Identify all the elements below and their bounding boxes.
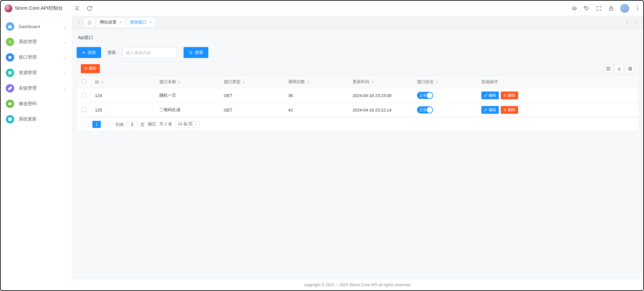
resource-icon [6, 69, 14, 77]
batch-delete-button[interactable]: 删除 [81, 64, 100, 73]
chevron-down-icon: ⌄ [63, 86, 67, 91]
sidebar-item-system[interactable]: 系统管理 ⌄ [1, 34, 72, 50]
sidebar-item-dashboard[interactable]: Dashboard ⌄ [1, 19, 72, 34]
print-button[interactable] [626, 64, 635, 73]
collapse-menu-icon[interactable] [74, 5, 80, 12]
sidebar-item-api[interactable]: 接口管理 ⌄ [1, 50, 72, 65]
svg-point-4 [585, 7, 586, 8]
status-switch[interactable]: 正常 [417, 92, 433, 99]
column-header-status[interactable]: 接口状态▲▼ [413, 76, 478, 88]
password-icon [6, 100, 14, 108]
sidebar-item-friendlink[interactable]: 友链管理 ⌄ [1, 81, 72, 96]
pager-size-label: 10 条/页 [178, 121, 193, 127]
pager-jump: 到第 页 [116, 121, 145, 128]
tab-home[interactable] [84, 18, 95, 27]
avatar[interactable] [620, 4, 629, 13]
logo-area: Storm Core API控制台 [5, 5, 72, 12]
chevron-down-icon [194, 123, 197, 126]
lock-icon[interactable] [608, 5, 614, 12]
column-header-type[interactable]: 接口类型▲▼ [220, 76, 284, 88]
sidebar-item-resource[interactable]: 资源管理 ⌄ [1, 65, 72, 81]
sidebar-item-label: 资源管理 [19, 70, 59, 76]
edit-label: 编辑 [488, 107, 496, 113]
pager-jump-input[interactable] [126, 121, 138, 128]
delete-button[interactable]: 删除 [501, 92, 518, 99]
logo-icon [5, 5, 12, 12]
pager-jump-suffix: 页 [140, 122, 145, 127]
table-row: 124 随机一言 GET 36 2024-04-18 23:23:08 正常 [77, 88, 639, 103]
sidebar-item-label: 系统管理 [19, 39, 59, 45]
pager-next-button[interactable] [104, 121, 112, 128]
tab-label: 网站设置 [100, 20, 117, 25]
page-title: Api接口 [77, 33, 639, 44]
tag-icon[interactable] [583, 5, 590, 12]
pager-confirm-button[interactable]: 确定 [148, 121, 156, 127]
search-button-label: 搜索 [195, 50, 203, 55]
data-table: ID▲▼ 接口名称▲▼ 接口类型▲▼ 调用次数▲▼ 更新时间▲▼ 接口状态▲▼ … [77, 76, 639, 117]
tabs-next-button[interactable] [623, 18, 631, 27]
column-header-calls[interactable]: 调用次数▲▼ [284, 76, 349, 88]
svg-rect-7 [9, 56, 11, 59]
sidebar-item-label: 接口管理 [19, 54, 59, 60]
update-icon [6, 115, 14, 123]
column-header-name[interactable]: 接口名称▲▼ [156, 76, 220, 88]
tab-close-icon[interactable]: ✕ [119, 20, 122, 24]
table-container: 删除 [77, 61, 639, 131]
status-switch[interactable]: 正常 [417, 106, 433, 113]
pager-jump-prefix: 到第 [116, 122, 124, 127]
pager-page-1[interactable]: 1 [92, 121, 101, 128]
batch-delete-label: 删除 [89, 66, 97, 71]
cell-updated: 2024-04-18 23:23:08 [349, 88, 413, 103]
svg-line-16 [192, 53, 193, 54]
refresh-icon[interactable] [86, 5, 93, 12]
columns-toggle-button[interactable] [604, 64, 613, 73]
more-menu-icon[interactable] [635, 6, 639, 11]
column-header-ops: 其他操作 [478, 76, 639, 88]
cell-updated: 2024-04-18 23:22:14 [349, 103, 413, 117]
sidebar-item-update[interactable]: 系统更新 [1, 112, 72, 127]
row-checkbox[interactable] [82, 93, 86, 97]
edit-button[interactable]: 编辑 [481, 92, 499, 99]
select-all-checkbox[interactable] [82, 79, 86, 84]
api-icon [6, 53, 14, 62]
add-button[interactable]: 添加 [77, 47, 101, 58]
footer-text: copyright © 2021 ~ 2023 Storm Core API a… [304, 283, 412, 287]
table-toolbar: 删除 [77, 62, 639, 76]
column-header-updated[interactable]: 更新时间▲▼ [349, 76, 413, 88]
cell-calls: 36 [284, 88, 349, 103]
edit-icon [484, 108, 487, 112]
fullscreen-icon[interactable] [596, 5, 602, 12]
pager-size-select[interactable]: 10 条/页 [175, 121, 200, 128]
sidebar-item-password[interactable]: 修改密码 [1, 96, 72, 112]
tab-add-api[interactable]: 增加接口 ✕ [127, 18, 155, 27]
tab-site-settings[interactable]: 网站设置 ✕ [97, 18, 125, 27]
delete-label: 删除 [508, 107, 516, 113]
trash-icon [503, 108, 507, 112]
cell-name: 二维码生成 [156, 103, 220, 117]
export-button[interactable] [615, 64, 624, 73]
svg-rect-10 [8, 73, 10, 74]
pager-prev-button[interactable] [81, 121, 89, 128]
pager-total: 共 2 条 [159, 121, 172, 127]
chevron-down-icon: ⌄ [63, 71, 67, 75]
footer: copyright © 2021 ~ 2023 Storm Core API a… [72, 279, 643, 290]
tabs-dropdown-button[interactable] [632, 18, 641, 27]
home-icon [87, 20, 92, 25]
pagination: 1 到第 页 确定 共 2 条 10 条/页 [77, 117, 639, 131]
tabs-prev-button[interactable] [75, 18, 83, 27]
search-label: 搜索 [108, 50, 116, 55]
delete-button[interactable]: 删除 [501, 106, 518, 114]
switch-label: 正常 [420, 93, 427, 98]
search-button[interactable]: 搜索 [184, 47, 208, 58]
chevron-down-icon: ⌄ [63, 24, 67, 29]
column-header-id[interactable]: ID▲▼ [91, 76, 156, 88]
edit-button[interactable]: 编辑 [481, 106, 499, 114]
theme-icon[interactable] [571, 5, 578, 12]
row-checkbox[interactable] [82, 107, 86, 112]
svg-point-6 [9, 41, 11, 43]
cell-id: 124 [91, 88, 156, 103]
link-icon [6, 84, 14, 92]
delete-label: 删除 [508, 93, 516, 98]
search-input[interactable] [122, 47, 177, 58]
tab-close-icon[interactable]: ✕ [149, 20, 152, 24]
